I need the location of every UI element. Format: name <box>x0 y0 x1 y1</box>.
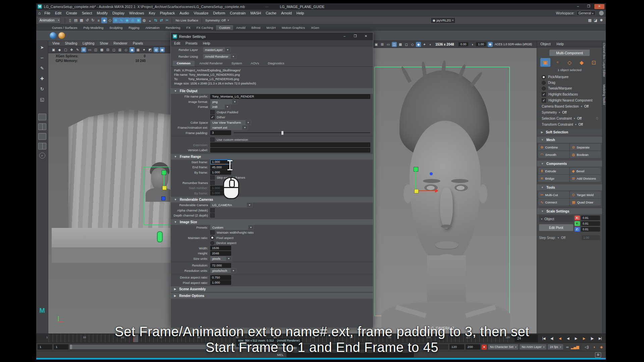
resolution-input[interactable]: 72.000 <box>210 263 231 268</box>
menu-item[interactable]: Edit <box>53 11 64 15</box>
undo-icon[interactable]: ↺ <box>84 17 90 23</box>
size-units-dropdown[interactable]: pixels▼ <box>210 256 232 261</box>
pixel-aspect-radio[interactable] <box>210 236 214 240</box>
selection-mode-radio[interactable]: Pick/Marquee <box>537 74 602 80</box>
gate-mask-icon[interactable]: ▩ <box>398 42 403 47</box>
skip-existing-frames-checkbox[interactable] <box>210 175 215 180</box>
device-aspect-radio[interactable] <box>210 241 214 245</box>
tools-section[interactable]: ▼ Tools <box>537 184 602 190</box>
dialog-menu-item[interactable]: Presets <box>185 41 198 45</box>
scene-assembly-section[interactable]: ▶Scene Assembly <box>171 286 373 292</box>
menu-item[interactable]: Cache <box>263 11 279 15</box>
shelf-tab[interactable]: Animation <box>142 25 162 30</box>
render-current-frame-icon[interactable]: ◪ <box>593 17 598 23</box>
safe-action-icon[interactable]: ◻ <box>111 47 116 52</box>
menu-item[interactable]: Modify <box>95 11 110 15</box>
image-format-dropdown[interactable]: png▼ <box>210 99 238 104</box>
chevron-down-icon[interactable]: ▾ <box>228 19 229 22</box>
snap-to-projected-center-icon[interactable]: ◎ <box>130 17 136 23</box>
exposure-icon[interactable]: ◐ <box>428 42 433 47</box>
gate-mask-icon[interactable]: ▩ <box>99 47 104 52</box>
select-by-hierarchy-icon[interactable]: ≡ <box>96 17 101 23</box>
menu-item[interactable]: MASH <box>248 11 263 15</box>
input-connections-icon[interactable]: ⇆ <box>153 17 158 23</box>
dialog-menu-item[interactable]: Edit <box>174 41 180 45</box>
dialog-menu-item[interactable]: Help <box>203 41 210 45</box>
scale-x-field[interactable]: 0.81 <box>581 216 600 220</box>
snap-to-curves-icon[interactable]: ∿ <box>118 17 124 23</box>
presets-dropdown[interactable]: Custom▼ <box>210 225 254 230</box>
camera-based-selection-dropdown[interactable]: Camera Based Selection ▾ Off <box>537 103 602 109</box>
symmetry-dropdown[interactable]: Symmetry ▾ Off <box>537 109 602 115</box>
menu-item[interactable]: Windows <box>127 11 147 15</box>
frame-range-section[interactable]: ▼Frame Range <box>171 154 373 160</box>
construction-history-icon[interactable]: ✂ <box>164 17 170 23</box>
separate-button[interactable]: ⊘ Separate <box>570 144 601 150</box>
resolution-units-dropdown[interactable]: pixels/inch▼ <box>210 268 236 273</box>
select-by-object-icon[interactable]: ◈ <box>101 17 107 23</box>
redo-icon[interactable]: ↻ <box>90 17 96 23</box>
shelf-tab[interactable]: Rigging <box>125 25 142 30</box>
rotate-tool-icon[interactable]: ↻ <box>39 85 46 93</box>
menu-item[interactable]: Deform <box>211 11 227 15</box>
menu-item[interactable]: File <box>42 11 53 15</box>
transform-constraint-dropdown[interactable]: Transform Constraint ▾ Off <box>537 121 602 127</box>
color-managed-icon[interactable]: ◉ <box>488 42 493 47</box>
soft-selection-section[interactable]: ▶ Soft Selection <box>537 129 602 135</box>
dither-checkbox[interactable] <box>210 115 215 119</box>
multi-cut-button[interactable]: ✂ Multi-Cut <box>538 191 569 198</box>
face-mode-icon[interactable]: ◆ <box>577 58 587 67</box>
select-tool-icon[interactable]: ➤ <box>39 44 46 51</box>
file-name-prefix-input[interactable]: Tony_Montana_LG_RENDER <box>210 94 370 99</box>
color-space-dropdown[interactable]: Use View Transform▼ <box>210 120 251 125</box>
connect-button[interactable]: ∿ Connect <box>538 199 569 205</box>
alpha-channel-checkbox[interactable] <box>210 208 215 213</box>
render-layer-dropdown[interactable]: masterLayer▼ <box>203 47 231 52</box>
add-divisions-button[interactable]: ⊞ Add Divisions <box>570 175 601 182</box>
menu-item[interactable]: Key <box>147 11 158 15</box>
layout-two-pane-button[interactable] <box>38 123 46 130</box>
dialog-close-button[interactable]: ✕ <box>361 34 371 39</box>
menu-item[interactable]: Visualize <box>191 11 211 15</box>
format-dropdown[interactable]: int8▼ <box>210 104 230 109</box>
grease-pencil-icon[interactable]: ✎ <box>75 47 80 52</box>
menu-item[interactable]: Audio <box>177 11 191 15</box>
workspace-selector[interactable]: Workspace: General ▾ <box>556 10 596 16</box>
paint-select-tool-icon[interactable]: ✎ <box>39 64 46 72</box>
menu-item[interactable]: Help <box>294 11 307 15</box>
renderable-cameras-section[interactable]: ▼Renderable Cameras <box>171 197 373 202</box>
sidebar-vertical-tab[interactable]: Modeling Toolkit <box>602 84 606 105</box>
render-using-dropdown[interactable]: Arnold Renderer▼ <box>203 54 236 59</box>
film-gate-icon[interactable]: ▭ <box>386 42 391 47</box>
scale-z-field[interactable]: 0.81 <box>581 227 600 232</box>
components-section[interactable]: ▼ Components <box>537 161 602 167</box>
selection-constraint-dropdown[interactable]: Selection Constraint ▾ Off 0 <box>537 115 602 121</box>
outliner-button[interactable]: ⌕ <box>39 153 45 159</box>
renderable-camera-dropdown[interactable]: LG_CAMERA▼ <box>210 202 253 207</box>
edge-mode-icon[interactable]: ◇ <box>565 58 575 67</box>
multi-component-button[interactable]: Multi-Component <box>549 50 590 56</box>
isolate-select-icon[interactable]: ◉ <box>160 47 165 52</box>
character-set-field[interactable]: ◉ jayVRLZG ▾ <box>431 17 455 23</box>
dialog-tab[interactable]: Diagnostics <box>264 61 288 66</box>
bridge-button[interactable]: ≋ Bridge <box>538 175 569 182</box>
menu-item[interactable]: Create <box>64 11 79 15</box>
frame-animation-ext-dropdown[interactable]: name#.ext▼ <box>210 125 248 130</box>
by-frame-input[interactable]: 1.000 <box>210 170 231 175</box>
viewport-menu-item[interactable]: Shading <box>65 42 77 45</box>
shelf-tab[interactable]: Custom <box>216 25 233 30</box>
layout-four-pane-button[interactable] <box>38 133 46 140</box>
shelf-tab[interactable]: Poly Modeling <box>80 25 107 30</box>
safe-title-icon[interactable]: ▥ <box>117 47 122 52</box>
dialog-tab[interactable]: Common <box>173 61 195 66</box>
frame-padding-input[interactable]: 3 <box>210 130 231 135</box>
scale-y-field[interactable]: 0.81 <box>581 221 600 226</box>
snap-to-points-icon[interactable]: ◉ <box>124 17 130 23</box>
image-plane-icon[interactable]: ▢ <box>63 47 68 52</box>
scale-object-dropdown[interactable]: ▾ Object <box>539 216 573 222</box>
manipulator-center-handle[interactable] <box>414 189 419 193</box>
dialog-minimize-button[interactable]: – <box>339 34 350 39</box>
two-d-pan-icon[interactable]: ✥ <box>69 47 74 52</box>
manipulator-z-handle[interactable] <box>161 196 165 200</box>
selection-mode-radio[interactable]: Tweak/Marquee <box>537 85 602 91</box>
